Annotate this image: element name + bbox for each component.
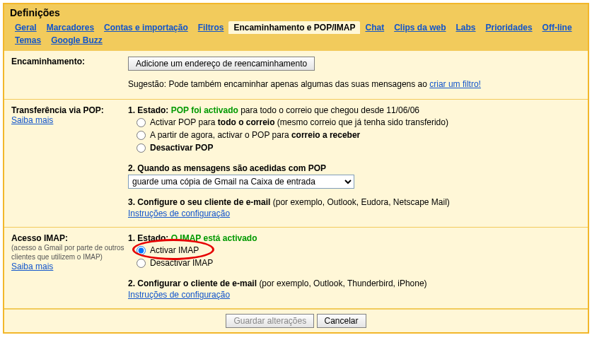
save-button[interactable]: Guardar alterações: [226, 314, 314, 328]
tab-labs[interactable]: Labs: [451, 21, 481, 34]
tab-prioridades[interactable]: Prioridades: [481, 21, 538, 34]
imap-heading2: 2. Configurar o cliente de e-mail (por e…: [128, 278, 581, 288]
section-pop: Transferência via POP: Saiba mais 1. Est…: [4, 100, 588, 228]
settings-panel: Definições GeralMarcadoresContas e impor…: [3, 3, 589, 334]
imap-status: 1. Estado: O IMAP está activado: [128, 233, 581, 243]
pop-config-link[interactable]: Instruções de configuração: [128, 209, 230, 218]
tab-filtros[interactable]: Filtros: [193, 21, 229, 34]
footer: Guardar alterações Cancelar: [4, 309, 588, 332]
imap-label: Acesso IMAP:: [11, 233, 128, 243]
pop-status: 1. Estado: POP foi activado para todo o …: [128, 105, 581, 115]
imap-sublabel: (acesso a Gmail por parte de outros clie…: [11, 243, 128, 262]
tab-encaminhamento-e-pop-imap[interactable]: Encaminhamento e POP/IMAP: [228, 21, 360, 34]
pop-label: Transferência via POP:: [11, 105, 128, 115]
create-filter-link[interactable]: criar um filtro!: [429, 79, 481, 89]
add-forwarding-button[interactable]: Adicione um endereço de reencaminhamento: [128, 57, 315, 71]
pop-radio-nowon[interactable]: [137, 131, 146, 140]
page-title: Definições: [10, 7, 582, 18]
tabs: GeralMarcadoresContas e importaçãoFiltro…: [10, 21, 582, 47]
pop-heading2: 2. Quando as mensagens são acedidas com …: [128, 163, 581, 173]
cancel-button[interactable]: Cancelar: [317, 314, 366, 328]
pop-radio-all[interactable]: [137, 118, 146, 127]
pop-radio-disable[interactable]: [137, 143, 146, 153]
imap-radio-disable[interactable]: [137, 259, 146, 268]
header: Definições GeralMarcadoresContas e impor…: [4, 4, 588, 51]
pop-heading3: 3. Configure o seu cliente de e-mail (po…: [128, 197, 581, 207]
imap-learn-more-link[interactable]: Saiba mais: [11, 262, 53, 271]
forwarding-label: Encaminhamento:: [11, 57, 85, 66]
panel-body: Encaminhamento: Adicione um endereço de …: [4, 51, 588, 332]
imap-config-link[interactable]: Instruções de configuração: [128, 290, 230, 300]
section-forwarding: Encaminhamento: Adicione um endereço de …: [4, 51, 588, 100]
tab-temas[interactable]: Temas: [10, 34, 46, 47]
tab-off-line[interactable]: Off-line: [538, 21, 577, 34]
tab-contas-e-importa-o[interactable]: Contas e importação: [99, 21, 193, 34]
forwarding-suggestion: Sugestão: Pode também encaminhar apenas …: [128, 79, 581, 89]
pop-learn-more-link[interactable]: Saiba mais: [11, 115, 53, 125]
section-imap: Acesso IMAP: (acesso a Gmail por parte d…: [4, 228, 588, 309]
tab-geral[interactable]: Geral: [10, 21, 42, 34]
imap-radio-enable[interactable]: [137, 246, 146, 255]
tab-clips-da-web[interactable]: Clips da web: [389, 21, 451, 34]
pop-action-select[interactable]: guarde uma cópia de Gmail na Caixa de en…: [128, 175, 354, 189]
tab-chat[interactable]: Chat: [360, 21, 389, 34]
tab-google-buzz[interactable]: Google Buzz: [46, 34, 108, 47]
tab-marcadores[interactable]: Marcadores: [42, 21, 99, 34]
